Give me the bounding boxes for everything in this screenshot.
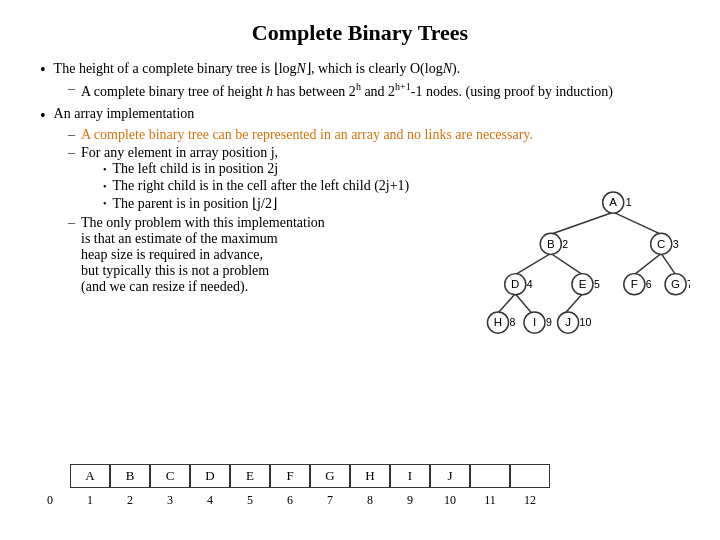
- index-10: 10: [430, 488, 470, 512]
- svg-text:A: A: [609, 196, 617, 208]
- svg-text:D: D: [511, 278, 519, 290]
- svg-text:4: 4: [527, 278, 533, 290]
- bullet2-sub1-row: – A complete binary tree can be represen…: [68, 127, 690, 143]
- svg-line-5: [661, 253, 675, 274]
- dash1: –: [68, 81, 75, 97]
- sub3-line5: (and we can resize if needed).: [81, 279, 325, 295]
- svg-text:F: F: [631, 278, 638, 290]
- index-4: 4: [190, 488, 230, 512]
- page: Complete Binary Trees • The height of a …: [0, 0, 720, 540]
- svg-text:H: H: [494, 316, 502, 328]
- tree-svg: A 1 B 2 C 3 D 4 E 5 F 6 G 7: [450, 185, 690, 345]
- array-cell-empty-11: [470, 464, 510, 488]
- svg-text:8: 8: [510, 316, 516, 328]
- index-3: 3: [150, 488, 190, 512]
- array-cell-I: I: [390, 464, 430, 488]
- tree-diagram: A 1 B 2 C 3 D 4 E 5 F 6 G 7: [450, 185, 690, 345]
- sub3-line2: is that an estimate of the maximum: [81, 231, 325, 247]
- array-index-row: 0 1 2 3 4 5 6 7 8 9 10 11 12: [30, 488, 690, 512]
- sub-item-2: • The right child is in the cell after t…: [103, 178, 409, 194]
- array-table-container: A B C D E F G H I J 0 1 2 3 4 5 6: [30, 464, 690, 512]
- bullet2-text: An array implementation: [54, 106, 195, 122]
- bullet1-dot: •: [40, 61, 46, 79]
- bullet1-row: • The height of a complete binary tree i…: [40, 60, 690, 79]
- sub-item-1-text: The left child is in position 2j: [113, 161, 279, 177]
- sub3-line3: heap size is required in advance,: [81, 247, 325, 263]
- array-cell-G: G: [310, 464, 350, 488]
- bullet1-sub1-text: A complete binary tree of height h has b…: [81, 81, 613, 100]
- index-1: 1: [70, 488, 110, 512]
- sub3-line4: but typically this is not a problem: [81, 263, 325, 279]
- svg-text:1: 1: [626, 196, 632, 208]
- bullet2-sub3-content: The only problem with this implementatio…: [81, 215, 325, 295]
- array-cell-H: H: [350, 464, 390, 488]
- bullet2-sub2-items: • The left child is in position 2j • The…: [103, 161, 409, 212]
- array-header-row: A B C D E F G H I J: [30, 464, 690, 488]
- array-cell-empty-12: [510, 464, 550, 488]
- svg-text:9: 9: [546, 316, 552, 328]
- bullet1-text: The height of a complete binary tree is …: [54, 60, 461, 77]
- svg-text:I: I: [533, 316, 536, 328]
- svg-text:10: 10: [580, 316, 592, 328]
- bullet2-dot: •: [40, 107, 46, 125]
- bullet2-row: • An array implementation: [40, 106, 690, 125]
- dash3: –: [68, 145, 75, 161]
- bullet1-sub1-row: – A complete binary tree of height h has…: [68, 81, 690, 100]
- page-title: Complete Binary Trees: [30, 20, 690, 46]
- svg-text:C: C: [657, 238, 665, 250]
- svg-line-3: [551, 253, 583, 274]
- sub-item-2-text: The right child is in the cell after the…: [113, 178, 410, 194]
- index-6: 6: [270, 488, 310, 512]
- svg-text:2: 2: [562, 238, 568, 250]
- index-5: 5: [230, 488, 270, 512]
- sub-item-3: • The parent is in position ⌊j/2⌋: [103, 195, 409, 212]
- svg-line-6: [498, 294, 515, 313]
- index-12: 12: [510, 488, 550, 512]
- bullet2-sub2-content: For any element in array position j, • T…: [81, 145, 409, 213]
- index-7: 7: [310, 488, 350, 512]
- svg-line-1: [613, 212, 661, 234]
- bullet2-sub2-prefix: For any element in array position j,: [81, 145, 409, 161]
- dash4: –: [68, 215, 75, 231]
- svg-text:J: J: [565, 316, 571, 328]
- sub-item-1: • The left child is in position 2j: [103, 161, 409, 177]
- svg-line-4: [634, 253, 661, 274]
- bullet2-sub1-text: A complete binary tree can be represente…: [81, 127, 533, 143]
- array-cell-J: J: [430, 464, 470, 488]
- svg-text:E: E: [579, 278, 587, 290]
- bullet1-sub: – A complete binary tree of height h has…: [68, 81, 690, 100]
- sub-item-3-text: The parent is in position ⌊j/2⌋: [113, 195, 277, 212]
- index-0: 0: [30, 488, 70, 512]
- svg-text:B: B: [547, 238, 555, 250]
- svg-line-8: [565, 294, 582, 313]
- svg-text:3: 3: [673, 238, 679, 250]
- array-cell-C: C: [150, 464, 190, 488]
- array-cell-F: F: [270, 464, 310, 488]
- sub-dot-2: •: [103, 181, 107, 192]
- index-8: 8: [350, 488, 390, 512]
- bullet1: • The height of a complete binary tree i…: [40, 60, 690, 100]
- svg-line-7: [515, 294, 531, 313]
- index-11: 11: [470, 488, 510, 512]
- svg-text:7: 7: [687, 278, 690, 290]
- sub-dot-3: •: [103, 198, 107, 209]
- svg-line-2: [515, 253, 551, 274]
- svg-text:6: 6: [646, 278, 652, 290]
- dash2: –: [68, 127, 75, 143]
- sub-dot-1: •: [103, 164, 107, 175]
- svg-line-0: [551, 212, 613, 234]
- array-table: A B C D E F G H I J 0 1 2 3 4 5 6: [30, 464, 690, 512]
- array-cell-A: A: [70, 464, 110, 488]
- index-2: 2: [110, 488, 150, 512]
- sub3-line1: The only problem with this implementatio…: [81, 215, 325, 231]
- svg-text:G: G: [671, 278, 680, 290]
- array-cell-B: B: [110, 464, 150, 488]
- index-9: 9: [390, 488, 430, 512]
- svg-text:5: 5: [594, 278, 600, 290]
- array-cell-E: E: [230, 464, 270, 488]
- array-cell-empty-0: [30, 464, 70, 488]
- array-cell-D: D: [190, 464, 230, 488]
